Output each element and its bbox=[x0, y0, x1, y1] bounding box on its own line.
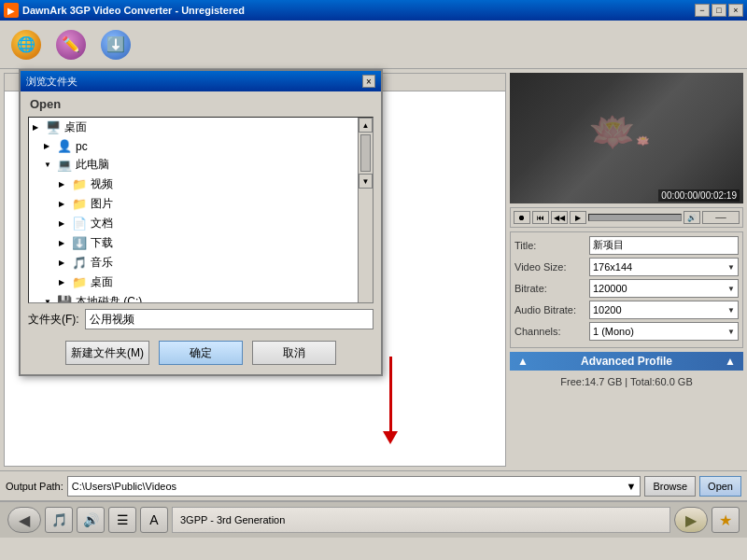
app-icon: ▶ bbox=[4, 3, 19, 18]
music-btn[interactable]: 🎵 bbox=[45, 507, 73, 533]
step-back-btn[interactable]: ⏮ bbox=[532, 211, 549, 224]
title-label: Title: bbox=[514, 240, 589, 251]
arrow-head bbox=[383, 431, 398, 444]
tree-item-downloads[interactable]: ▶ ⬇️ 下载 bbox=[29, 233, 373, 253]
scrollbar-down[interactable]: ▼ bbox=[359, 174, 373, 189]
bitrate-label: Bitrate: bbox=[514, 283, 589, 294]
video-size-label: Video Size: bbox=[514, 261, 589, 273]
nav-back-button[interactable]: ◀ bbox=[7, 507, 41, 533]
bitrate-arrow: ▼ bbox=[727, 285, 735, 293]
tree-item-music[interactable]: ▶ 🎵 音乐 bbox=[29, 253, 373, 273]
right-panel: 🪷 00:00:00/00:02:19 ⏺ ⏮ ◀◀ ▶ 🔊 ── Title: bbox=[510, 73, 743, 467]
toolbar: 🌐 ✏️ ⬇️ bbox=[0, 21, 747, 69]
tree-item-pictures[interactable]: ▶ 📁 图片 bbox=[29, 194, 373, 214]
output-path-bar: Output Path: C:\Users\Public\Videos ▼ Br… bbox=[0, 470, 747, 500]
playback-controls: ⏺ ⏮ ◀◀ ▶ 🔊 ── bbox=[510, 207, 743, 228]
scrollbar-up[interactable]: ▲ bbox=[359, 118, 373, 133]
preview-image: 🪷 bbox=[510, 73, 743, 203]
bitrate-select[interactable]: 120000 ▼ bbox=[589, 279, 739, 298]
tree-item-desktop[interactable]: ▶ 🖥️ 桌面 bbox=[29, 118, 373, 137]
tree-item-thispc[interactable]: ▼ 💻 此电脑 bbox=[29, 155, 373, 175]
audio-bitrate-row: Audio Bitrate: 10200 ▼ bbox=[514, 301, 739, 319]
window-controls: − □ × bbox=[695, 4, 743, 17]
nav-forward-button[interactable]: ▶ bbox=[674, 507, 708, 533]
tree-item-pc[interactable]: ▶ 👤 pc bbox=[29, 137, 373, 155]
channels-arrow: ▼ bbox=[727, 328, 735, 336]
file-browser-dialog: 浏览文件夹 × Open ▶ 🖥️ 桌面 ▶ 👤 pc ▼ 💻 此电脑 ▶ bbox=[19, 69, 383, 376]
lotus-decoration: 🪷 bbox=[589, 110, 664, 166]
new-folder-button[interactable]: 新建文件夹(M) bbox=[65, 341, 149, 365]
tree-arrow-desktop: ▶ bbox=[33, 123, 42, 132]
advanced-profile-collapse-icon: ▲ bbox=[517, 355, 529, 368]
tree-item-videos[interactable]: ▶ 📁 视频 bbox=[29, 175, 373, 194]
video-preview: 🪷 00:00:00/00:02:19 bbox=[510, 73, 743, 203]
minimize-button[interactable]: − bbox=[695, 4, 710, 17]
dialog-header: Open bbox=[21, 91, 381, 117]
output-dropdown-arrow: ▼ bbox=[627, 481, 637, 492]
dialog-title-bar: 浏览文件夹 × bbox=[21, 71, 381, 91]
close-button[interactable]: × bbox=[728, 4, 743, 17]
output-path-input[interactable]: C:\Users\Public\Videos ▼ bbox=[67, 476, 641, 497]
toolbar-btn-2[interactable]: ✏️ bbox=[52, 26, 90, 63]
free-space: Free:14.7 GB | Total:60.0 GB bbox=[510, 374, 743, 389]
title-input[interactable]: 新项目 bbox=[589, 236, 739, 255]
ok-button[interactable]: 确定 bbox=[159, 341, 243, 365]
toolbar-btn-1[interactable]: 🌐 bbox=[7, 26, 45, 63]
dialog-buttons: 新建文件夹(M) 确定 取消 bbox=[21, 335, 381, 374]
format-label: 3GPP - 3rd Generation bbox=[172, 507, 670, 533]
volume-slider[interactable]: ── bbox=[702, 211, 740, 224]
title-bar: ▶ DawnArk 3GP Video Converter - Unregist… bbox=[0, 0, 747, 21]
text-btn[interactable]: A bbox=[140, 507, 168, 533]
channels-row: Channels: 1 (Mono) ▼ bbox=[514, 322, 739, 341]
list-btn[interactable]: ☰ bbox=[108, 507, 136, 533]
progress-bar[interactable] bbox=[588, 214, 682, 221]
toolbar-icon-3: ⬇️ bbox=[101, 30, 131, 60]
tree-scrollbar[interactable]: ▲ ▼ bbox=[358, 118, 373, 302]
browse-button[interactable]: Browse bbox=[644, 476, 696, 497]
tree-item-localc[interactable]: ▼ 💾 本地磁盘 (C:) bbox=[29, 292, 373, 303]
open-button[interactable]: Open bbox=[699, 476, 741, 497]
toolbar-icon-2: ✏️ bbox=[56, 30, 86, 60]
channels-label: Channels: bbox=[514, 326, 589, 337]
title-row: Title: 新项目 bbox=[514, 236, 739, 255]
video-size-select[interactable]: 176x144 ▼ bbox=[589, 258, 739, 276]
star-button[interactable]: ★ bbox=[712, 507, 740, 533]
filename-label: 文件夹(F): bbox=[28, 312, 79, 328]
app-window: 🌐 ✏️ ⬇️ Status 🪷 00:00:00/00:02:19 bbox=[0, 21, 747, 560]
bitrate-row: Bitrate: 120000 ▼ bbox=[514, 279, 739, 298]
arrow-line bbox=[389, 357, 392, 431]
file-tree[interactable]: ▶ 🖥️ 桌面 ▶ 👤 pc ▼ 💻 此电脑 ▶ 📁 视频 ▶ 📁 bbox=[28, 117, 374, 303]
advanced-profile-label: Advanced Profile bbox=[581, 355, 672, 368]
scrollbar-thumb[interactable] bbox=[360, 134, 371, 172]
channels-select[interactable]: 1 (Mono) ▼ bbox=[589, 322, 739, 341]
maximize-button[interactable]: □ bbox=[712, 4, 726, 17]
frame-back-btn[interactable]: ◀◀ bbox=[551, 211, 568, 224]
audio-bitrate-arrow: ▼ bbox=[727, 306, 735, 315]
audio-bitrate-select[interactable]: 10200 ▼ bbox=[589, 301, 739, 319]
toolbar-btn-3[interactable]: ⬇️ bbox=[97, 26, 134, 63]
video-size-arrow: ▼ bbox=[727, 263, 735, 272]
dialog-close-button[interactable]: × bbox=[362, 75, 375, 88]
properties-panel: Title: 新项目 Video Size: 176x144 ▼ Bitrate… bbox=[510, 231, 743, 348]
advanced-profile-bar[interactable]: ▲ Advanced Profile ▲ bbox=[510, 352, 743, 371]
volume-btn[interactable]: 🔊 bbox=[684, 211, 700, 224]
record-btn[interactable]: ⏺ bbox=[514, 211, 530, 224]
red-arrow-indicator bbox=[383, 357, 398, 444]
toolbar-icon-1: 🌐 bbox=[11, 30, 41, 60]
cancel-button[interactable]: 取消 bbox=[252, 341, 336, 365]
output-label: Output Path: bbox=[6, 481, 63, 492]
window-title: DawnArk 3GP Video Converter - Unregister… bbox=[22, 5, 695, 16]
video-size-row: Video Size: 176x144 ▼ bbox=[514, 258, 739, 276]
audio-bitrate-label: Audio Bitrate: bbox=[514, 304, 589, 315]
bottom-bar: ◀ 🎵 🔊 ☰ A 3GPP - 3rd Generation ▶ ★ bbox=[0, 500, 747, 538]
advanced-profile-expand-icon: ▲ bbox=[725, 355, 736, 368]
filename-input[interactable] bbox=[85, 309, 374, 329]
dialog-title-text: 浏览文件夹 bbox=[26, 75, 362, 89]
time-display: 00:00:00/00:02:19 bbox=[658, 189, 740, 202]
tree-item-desktop2[interactable]: ▶ 📁 桌面 bbox=[29, 273, 373, 292]
tree-item-docs[interactable]: ▶ 📄 文档 bbox=[29, 214, 373, 233]
filename-row: 文件夹(F): bbox=[21, 303, 381, 335]
play-btn[interactable]: ▶ bbox=[570, 211, 586, 224]
volume-bottom-btn[interactable]: 🔊 bbox=[77, 507, 105, 533]
